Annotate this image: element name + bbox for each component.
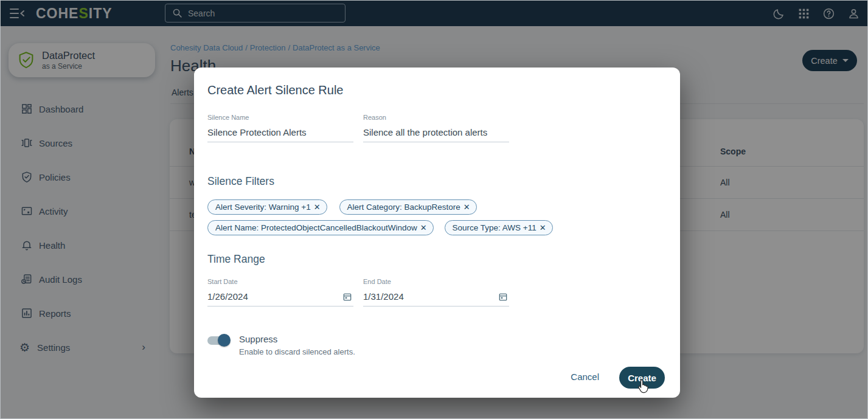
filter-chip-alert-severity[interactable]: Alert Severity: Warning +1 ✕	[207, 199, 327, 215]
calendar-icon[interactable]	[498, 292, 508, 302]
toggle-knob	[218, 334, 231, 347]
silence-name-field: Silence Name	[207, 114, 353, 142]
dialog-title: Create Alert Silence Rule	[207, 83, 343, 97]
filter-chip-alert-category[interactable]: Alert Category: BackupRestore ✕	[339, 199, 477, 215]
create-button[interactable]: Create	[619, 367, 665, 389]
suppress-toggle[interactable]	[207, 336, 229, 345]
remove-chip-icon[interactable]: ✕	[420, 223, 427, 232]
start-date-label: Start Date	[207, 278, 353, 285]
silence-filters-heading: Silence Filters	[207, 175, 274, 188]
reason-field: Reason	[363, 114, 509, 142]
create-alert-silence-rule-dialog: Create Alert Silence Rule Silence Name R…	[194, 68, 680, 398]
suppress-helper-text: Enable to discard silenced alerts.	[239, 347, 355, 356]
silence-name-label: Silence Name	[207, 114, 353, 121]
silence-name-input[interactable]	[207, 126, 353, 142]
time-range-heading: Time Range	[207, 253, 265, 266]
filter-chips-row: Alert Name: ProtectedObjectCancelledBlac…	[207, 220, 553, 235]
remove-chip-icon[interactable]: ✕	[464, 203, 470, 212]
end-date-input[interactable]	[363, 290, 509, 306]
suppress-label: Suppress	[239, 334, 277, 344]
cancel-button[interactable]: Cancel	[571, 372, 599, 382]
start-date-field: Start Date	[207, 278, 353, 306]
reason-input[interactable]	[363, 126, 509, 142]
filter-chip-source-type[interactable]: Source Type: AWS +11 ✕	[445, 220, 553, 235]
start-date-input[interactable]	[207, 290, 353, 306]
reason-label: Reason	[363, 114, 509, 121]
remove-chip-icon[interactable]: ✕	[540, 223, 546, 232]
calendar-icon[interactable]	[342, 292, 352, 302]
filter-chips-row: Alert Severity: Warning +1 ✕ Alert Categ…	[207, 199, 477, 215]
end-date-field: End Date	[363, 278, 509, 306]
end-date-label: End Date	[363, 278, 509, 285]
remove-chip-icon[interactable]: ✕	[314, 203, 321, 212]
filter-chip-alert-name[interactable]: Alert Name: ProtectedObjectCancelledBlac…	[207, 220, 434, 235]
